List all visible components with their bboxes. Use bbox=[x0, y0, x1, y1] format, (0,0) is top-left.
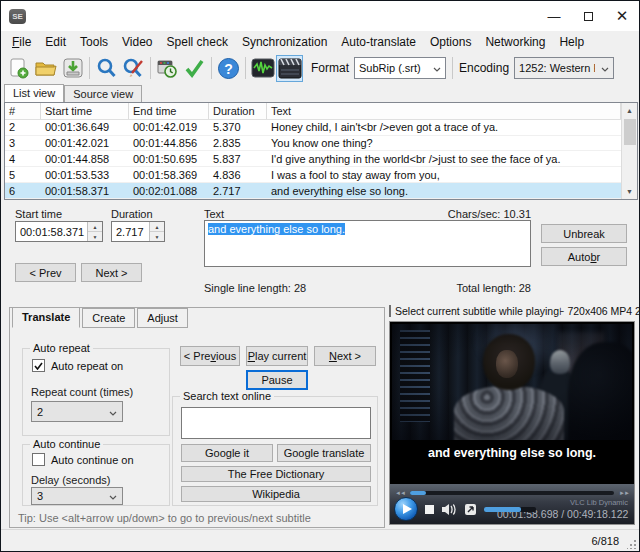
select-subtitle-checkbox[interactable] bbox=[389, 305, 391, 317]
vertical-scrollbar[interactable]: ▲ ▼ bbox=[621, 103, 637, 199]
scrollbar-thumb[interactable] bbox=[624, 119, 636, 145]
play-current-button[interactable]: Play current bbox=[246, 346, 308, 366]
checkmark-icon bbox=[183, 57, 206, 80]
menu-spell-check[interactable]: Spell check bbox=[160, 33, 235, 51]
tab-adjust[interactable]: Adjust bbox=[137, 308, 188, 328]
minimize-button[interactable]: — bbox=[537, 1, 571, 31]
fullscreen-icon[interactable] bbox=[464, 503, 477, 516]
delay-dropdown[interactable]: 3 bbox=[31, 487, 123, 505]
menu-synchronization[interactable]: Synchronization bbox=[235, 33, 334, 51]
help-button[interactable]: ? bbox=[215, 55, 242, 82]
menu-edit[interactable]: Edit bbox=[38, 33, 73, 51]
spin-up-icon[interactable]: ▲ bbox=[150, 222, 164, 232]
free-dictionary-button[interactable]: The Free Dictionary bbox=[181, 466, 371, 482]
open-file-button[interactable] bbox=[32, 55, 59, 82]
seek-forward-icon[interactable]: ►► bbox=[614, 490, 634, 496]
select-subtitle-label: Select current subtitle while playing bbox=[395, 305, 559, 317]
menu-options[interactable]: Options bbox=[423, 33, 478, 51]
search-input[interactable] bbox=[181, 407, 371, 439]
start-time-spinner[interactable]: 00:01:58.371 ▲▼ bbox=[15, 221, 103, 242]
menu-networking[interactable]: Networking bbox=[478, 33, 552, 51]
save-button[interactable] bbox=[59, 55, 86, 82]
subtitle-text-input[interactable]: and everything else so long. bbox=[204, 220, 531, 267]
spin-down-icon[interactable]: ▼ bbox=[88, 232, 102, 241]
volume-slider[interactable] bbox=[484, 507, 536, 512]
seek-bar[interactable] bbox=[410, 491, 614, 495]
column-header-duration[interactable]: Duration bbox=[209, 103, 267, 119]
prev-button[interactable]: < Prev bbox=[15, 263, 76, 282]
table-row[interactable]: 4 00:01:44.858 00:01:50.695 5.837 I'd gi… bbox=[5, 151, 621, 167]
toolbar-separator bbox=[150, 57, 151, 79]
menu-video[interactable]: Video bbox=[115, 33, 159, 51]
single-line-length: Single line length: 28 bbox=[204, 282, 306, 294]
play-button[interactable] bbox=[394, 497, 418, 521]
repeat-count-dropdown[interactable]: 2 bbox=[31, 401, 123, 422]
close-icon: ✕ bbox=[616, 7, 629, 25]
close-button[interactable]: ✕ bbox=[605, 1, 639, 31]
auto-br-button[interactable]: Auto br bbox=[541, 247, 627, 266]
video-toggle-button[interactable] bbox=[276, 55, 303, 82]
table-row[interactable]: 3 00:01:42.021 00:01:44.856 2.835 You kn… bbox=[5, 136, 621, 152]
maximize-button[interactable] bbox=[571, 1, 605, 31]
video-subtitle-text: and everything else so long. bbox=[390, 446, 634, 460]
previous-subtitle-button[interactable]: < Previous bbox=[180, 346, 240, 366]
tab-translate[interactable]: Translate bbox=[12, 307, 80, 328]
tab-create[interactable]: Create bbox=[82, 308, 135, 328]
resize-grip[interactable] bbox=[627, 539, 637, 549]
column-header-end[interactable]: End time bbox=[129, 103, 209, 119]
volume-level bbox=[484, 507, 521, 512]
toolbar-separator bbox=[211, 57, 212, 79]
minimize-icon: — bbox=[548, 9, 561, 24]
menu-tools[interactable]: Tools bbox=[73, 33, 115, 51]
view-tab-strip: List view Source view bbox=[1, 83, 639, 102]
menu-auto-translate[interactable]: Auto-translate bbox=[334, 33, 423, 51]
tab-source-view[interactable]: Source view bbox=[64, 85, 142, 102]
open-folder-icon bbox=[34, 57, 57, 79]
video-clapper-icon bbox=[278, 58, 302, 79]
toolbar-separator bbox=[452, 57, 453, 79]
unbreak-button[interactable]: Unbreak bbox=[541, 224, 627, 243]
auto-repeat-checkbox-row[interactable]: Auto repeat on bbox=[32, 359, 123, 372]
next-subtitle-button[interactable]: Next > bbox=[314, 346, 376, 366]
duration-value: 2.717 bbox=[112, 222, 149, 241]
wikipedia-button[interactable]: Wikipedia bbox=[181, 486, 371, 502]
column-header-start[interactable]: Start time bbox=[41, 103, 129, 119]
pause-button[interactable]: Pause bbox=[246, 370, 308, 390]
next-button[interactable]: Next > bbox=[81, 263, 142, 282]
table-row[interactable]: 5 00:01:53.533 00:01:58.369 4.836 I was … bbox=[5, 167, 621, 183]
encoding-dropdown[interactable]: 1252: Western Eurc bbox=[514, 57, 614, 79]
auto-continue-checkbox-row[interactable]: Auto continue on bbox=[32, 453, 134, 466]
volume-icon[interactable] bbox=[441, 503, 457, 516]
spin-down-icon[interactable]: ▼ bbox=[150, 232, 164, 241]
stop-button[interactable] bbox=[425, 505, 434, 514]
find-button[interactable] bbox=[93, 55, 120, 82]
spin-up-icon[interactable]: ▲ bbox=[88, 222, 102, 232]
fix-common-errors-button[interactable] bbox=[154, 55, 181, 82]
duration-spinner[interactable]: 2.717 ▲▼ bbox=[111, 221, 165, 242]
column-header-text[interactable]: Text bbox=[267, 103, 621, 119]
auto-repeat-group-label: Auto repeat bbox=[30, 342, 93, 354]
replace-button[interactable] bbox=[120, 55, 147, 82]
menu-file[interactable]: File bbox=[5, 33, 38, 51]
waveform-toggle-button[interactable] bbox=[249, 55, 276, 82]
column-header-number[interactable]: # bbox=[5, 103, 41, 119]
delay-label: Delay (seconds) bbox=[31, 474, 110, 486]
checkbox-unchecked-icon[interactable] bbox=[32, 453, 45, 466]
seek-back-icon[interactable]: ◄◄ bbox=[390, 490, 410, 496]
table-row-selected[interactable]: 6 00:01:58.371 00:02:01.088 2.717 and ev… bbox=[5, 183, 621, 199]
tab-list-view[interactable]: List view bbox=[4, 84, 64, 102]
auto-continue-group: Auto continue Auto continue on Delay (se… bbox=[22, 444, 170, 506]
google-it-button[interactable]: Google it bbox=[181, 444, 273, 462]
search-online-group-label: Search text online bbox=[180, 390, 274, 402]
menu-help[interactable]: Help bbox=[552, 33, 591, 51]
format-dropdown[interactable]: SubRip (.srt) bbox=[354, 57, 446, 79]
auto-continue-checkbox-label: Auto continue on bbox=[51, 454, 134, 466]
new-file-button[interactable] bbox=[5, 55, 32, 82]
scroll-down-icon[interactable]: ▼ bbox=[622, 184, 638, 199]
spell-check-button[interactable] bbox=[181, 55, 208, 82]
table-row[interactable]: 2 00:01:36.649 00:01:42.019 5.370 Honey … bbox=[5, 120, 621, 136]
scroll-up-icon[interactable]: ▲ bbox=[622, 103, 638, 118]
checkbox-checked-icon[interactable] bbox=[32, 359, 45, 372]
google-translate-button[interactable]: Google translate bbox=[277, 444, 371, 462]
video-player[interactable]: and everything else so long. ◄◄ ►► VLC L… bbox=[389, 321, 635, 525]
